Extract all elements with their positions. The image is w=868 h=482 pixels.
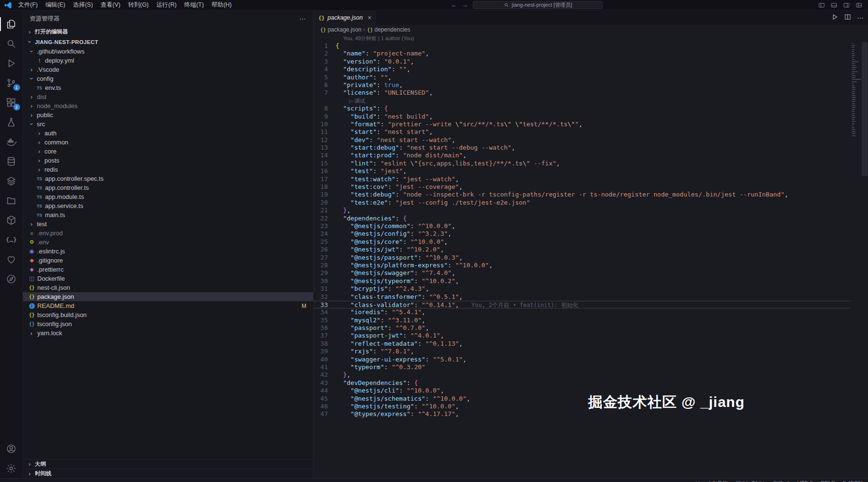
tree-item-github-workflows[interactable]: ›.github\workflows <box>23 47 313 56</box>
breadcrumb-item-dependencies[interactable]: {} dependencies <box>367 26 410 33</box>
section-timeline[interactable]: › 时间线 <box>23 469 313 478</box>
tree-item-main-ts[interactable]: TSmain.ts <box>23 210 313 219</box>
activity-redis-icon[interactable] <box>0 171 23 191</box>
tree-item-env[interactable]: ⚙.env <box>23 238 313 247</box>
code-line[interactable]: 18 "test:cov": "jest --coverage", <box>314 183 851 191</box>
more-actions-button[interactable]: ⋯ <box>857 14 864 22</box>
activity-testing-icon[interactable] <box>0 112 23 132</box>
code-line[interactable]: 7 "license": "UNLICENSED", <box>314 89 851 97</box>
code-line[interactable]: 16 "test": "jest", <box>314 167 851 175</box>
code-line[interactable]: 17 "test:watch": "jest --watch", <box>314 175 851 183</box>
tree-item-dockerfile[interactable]: ◫Dockerfile <box>23 274 313 283</box>
more-actions-icon[interactable]: ⋯ <box>299 15 306 22</box>
run-file-button[interactable] <box>831 13 838 22</box>
code-line[interactable]: 1{ <box>314 42 851 50</box>
tree-item-auth[interactable]: ›auth <box>23 129 313 138</box>
code-line[interactable]: 32 "class-transformer": "^0.5.1", <box>314 293 851 301</box>
tree-item-app-module-ts[interactable]: TSapp.module.ts <box>23 192 313 201</box>
activity-live-share-icon[interactable] <box>0 250 23 269</box>
tree-item-dist[interactable]: ›dist <box>23 92 313 101</box>
tree-item-posts[interactable]: ›posts <box>23 156 313 165</box>
activity-source-control-icon[interactable]: 1 <box>0 73 23 93</box>
tree-item-gitignore[interactable]: ◆.gitignore <box>23 256 313 265</box>
activity-search-icon[interactable] <box>0 34 23 54</box>
tree-item-app-controller-ts[interactable]: TSapp.controller.ts <box>23 183 313 192</box>
code-line[interactable]: 45 "@nestjs/schematics": "^10.0.0", <box>314 395 851 403</box>
status-0-0[interactable]: ⊗ 0 △ 0 <box>40 481 59 482</box>
tree-item-src[interactable]: ›src <box>23 120 313 129</box>
activity-run-and-debug-icon[interactable] <box>0 54 23 73</box>
code-line[interactable]: 41 "typeorm": "^0.3.20" <box>314 363 851 371</box>
toggle-secondary-sidebar-icon[interactable] <box>843 2 851 9</box>
activity-extensions-icon[interactable]: 2 <box>0 93 23 112</box>
code-line[interactable]: 43 "devDependencies": { <box>314 379 851 387</box>
code-line[interactable]: 2 "name": "project-name", <box>314 50 851 57</box>
tree-item-tsconfig-json[interactable]: {}tsconfig.json <box>23 319 313 329</box>
tree-item-app-service-ts[interactable]: TSapp.service.ts <box>23 201 313 210</box>
menu-item-4[interactable]: 转到(G) <box>124 0 152 10</box>
tree-item-public[interactable]: ›public <box>23 110 313 120</box>
tree-item-redis[interactable]: ›redis <box>23 165 313 174</box>
minimap[interactable] <box>852 43 861 137</box>
status-you-2[interactable]: You, 2个月前 <box>696 480 728 482</box>
code-line[interactable]: 37 "passport-jwt": "^4.0.1", <box>314 332 851 340</box>
tree-item-readme-md[interactable]: iREADME.mdM <box>23 301 313 310</box>
code-line[interactable]: 47 "@types/express": "^4.17.17", <box>314 410 851 418</box>
code-line[interactable]: 25 "@nestjs/core": "^10.0.0", <box>314 238 851 246</box>
menu-item-3[interactable]: 查看(V) <box>97 0 124 10</box>
tab-package-json[interactable]: {} package.json × <box>314 11 377 25</box>
scrollbar[interactable] <box>861 42 868 478</box>
code-line[interactable]: 36 "passport": "^0.7.0", <box>314 324 851 332</box>
customize-layout-icon[interactable] <box>856 2 863 9</box>
menu-item-7[interactable]: 帮助(H) <box>207 0 235 10</box>
activity-container-tools-icon[interactable] <box>0 210 23 230</box>
codelens-debug[interactable]: ▷ 调试 <box>314 97 851 105</box>
breadcrumb-item-package-json[interactable]: {} package.json <box>320 26 361 33</box>
tree-item-deploy-yml[interactable]: !deploy.yml <box>23 56 313 65</box>
code-line[interactable]: 13 "start:debug": "nest start --debug --… <box>314 144 851 152</box>
code-line[interactable]: 5 "author": "", <box>314 74 851 81</box>
activity-explorer-icon[interactable] <box>0 14 23 34</box>
menu-item-5[interactable]: 运行(R) <box>152 0 180 10</box>
code-line[interactable]: 20 "test:e2e": "jest --config ./test/jes… <box>314 199 851 207</box>
tree-item-prettierrc[interactable]: ◈.prettierrc <box>23 265 313 274</box>
code-line[interactable]: 26 "@nestjs/jwt": "^10.2.0", <box>314 246 851 253</box>
code-line[interactable]: 3 "version": "0.0.1", <box>314 58 851 66</box>
tree-item-eslintrc-js[interactable]: ◉.eslintrc.js <box>23 247 313 256</box>
status-json[interactable]: {} JSON <box>842 480 862 482</box>
section-outline[interactable]: › 大纲 <box>23 459 313 469</box>
tree-item-yarn-lock[interactable]: ◐yarn.lock <box>23 329 313 338</box>
code-line[interactable]: 15 "lint": "eslint \"{src,apps,libs,test… <box>314 160 851 167</box>
code-line[interactable]: 31 "bcryptjs": "^2.4.3", <box>314 285 851 293</box>
code-line[interactable]: 11 "start": "nest start", <box>314 128 851 136</box>
back-button[interactable]: ← <box>451 1 457 9</box>
tree-item-node-modules[interactable]: ›node_modules <box>23 101 313 110</box>
section-project[interactable]: › JIANG-NEST-PROJECT <box>23 37 313 47</box>
code-line[interactable]: 8 "scripts": { <box>314 105 851 112</box>
toggle-primary-sidebar-icon[interactable] <box>818 2 826 9</box>
menu-item-2[interactable]: 选择(S) <box>69 0 97 10</box>
code-line[interactable]: 9 "build": "nest build", <box>314 113 851 120</box>
activity-database-icon[interactable] <box>0 152 23 171</box>
section-open-editors[interactable]: › 打开的编辑器 <box>23 27 313 37</box>
menu-item-1[interactable]: 编辑(E) <box>42 0 69 10</box>
activity-rest-client-icon[interactable]: {…} <box>0 230 23 250</box>
status-crlf[interactable]: CRLF <box>820 480 835 482</box>
tree-item-config[interactable]: ›config <box>23 74 313 83</box>
tree-item-nest-cli-json[interactable]: {}nest-cli.json <box>23 283 313 292</box>
code-line[interactable]: 46 "@nestjs/testing": "^10.0.0", <box>314 403 851 410</box>
toggle-panel-icon[interactable] <box>831 2 838 9</box>
command-center[interactable]: jiang-nest-project [管理员] <box>473 1 603 9</box>
code-line[interactable]: 28 "@nestjs/platform-express": "^10.0.0"… <box>314 262 851 269</box>
close-tab-icon[interactable]: × <box>368 14 371 22</box>
code-line[interactable]: 35 "mysql2": "^3.11.0", <box>314 317 851 324</box>
tree-item-common[interactable]: ›common <box>23 138 313 147</box>
tree-item-core[interactable]: ›core <box>23 147 313 156</box>
status-[interactable]: ↻ <box>27 481 32 482</box>
tree-item-app-controller-spec-ts[interactable]: TSapp.controller.spec.ts <box>23 174 313 183</box>
activity-browser-preview-icon[interactable] <box>0 269 23 289</box>
tree-item-test[interactable]: ›test <box>23 219 313 229</box>
code-line[interactable]: 23 "@nestjs/common": "^10.0.0", <box>314 222 851 230</box>
tree-item-env-prod[interactable]: ≡.env.prod <box>23 229 313 238</box>
activity-project-manager-icon[interactable] <box>0 191 23 210</box>
